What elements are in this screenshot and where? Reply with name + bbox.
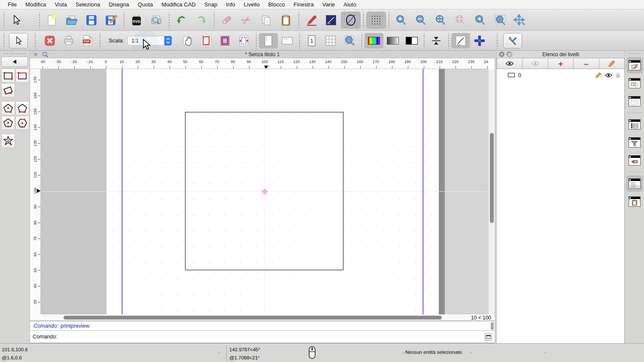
- layer-row[interactable]: 0: [497, 70, 625, 80]
- strip-drag-handle[interactable]: [628, 52, 641, 55]
- vertical-scrollbar[interactable]: [488, 69, 495, 314]
- selection-filter-panel-button[interactable]: [626, 134, 643, 151]
- fit-to-paper-button[interactable]: [234, 33, 253, 48]
- print-preview-button[interactable]: [146, 12, 166, 29]
- polygon-side-side-tool[interactable]: [15, 116, 29, 130]
- menu-item[interactable]: Livello: [240, 1, 264, 8]
- multiple-pages-button[interactable]: [321, 33, 340, 48]
- export-pdf-button[interactable]: PDF: [78, 33, 97, 48]
- draft-mode-button[interactable]: [451, 33, 470, 48]
- close-print-preview-button[interactable]: [40, 33, 59, 48]
- menu-item[interactable]: Quota: [134, 1, 157, 8]
- command-history-scrollbar[interactable]: [491, 322, 494, 330]
- clipboard-panel-button[interactable]: [626, 193, 643, 210]
- menu-item[interactable]: Aiuto: [339, 1, 361, 8]
- zoom-pan-button[interactable]: [510, 12, 530, 29]
- scale-stepper[interactable]: [164, 36, 172, 45]
- export-svg-button[interactable]: SVG: [127, 12, 146, 29]
- layer-list-panel-button[interactable]: [626, 57, 643, 73]
- layer-edit-icon[interactable]: [595, 72, 601, 78]
- zoom-auto-button[interactable]: [431, 12, 451, 29]
- library-browser-panel-button[interactable]: [626, 93, 643, 109]
- horizontal-scrollbar-thumb[interactable]: [64, 316, 442, 320]
- landscape-button[interactable]: [278, 33, 297, 48]
- rectangle-size-tool[interactable]: [15, 69, 29, 83]
- polygon-center-point-tool[interactable]: [1, 101, 15, 115]
- circle-tool-button[interactable]: [341, 12, 361, 29]
- add-layer-button[interactable]: +: [548, 58, 574, 69]
- menu-item[interactable]: File: [3, 1, 21, 8]
- command-options-button[interactable]: [485, 333, 492, 341]
- black-white-button[interactable]: [402, 33, 421, 48]
- save-as-button[interactable]: [101, 12, 121, 29]
- preferences-button[interactable]: [503, 33, 522, 48]
- back-button[interactable]: [1, 57, 28, 67]
- menu-item[interactable]: Info: [222, 1, 240, 8]
- vertical-scrollbar-thumb[interactable]: [490, 133, 494, 223]
- layer-visible-icon[interactable]: [605, 73, 612, 78]
- zoom-in-button[interactable]: [392, 12, 411, 29]
- zoom-selection-button[interactable]: [451, 12, 471, 29]
- show-all-layers-button[interactable]: [497, 58, 522, 69]
- portrait-button[interactable]: [259, 33, 278, 48]
- horizontal-scrollbar[interactable]: [41, 314, 472, 320]
- vertical-center-button[interactable]: [427, 33, 446, 48]
- cut-button[interactable]: ✂: [237, 12, 256, 29]
- select-arrow-button-2[interactable]: [9, 33, 28, 48]
- scale-value-field[interactable]: 1:1: [128, 36, 164, 45]
- menu-item[interactable]: Blocco: [264, 1, 289, 8]
- print-button[interactable]: [59, 33, 78, 48]
- polygon-2-points-tool[interactable]: [15, 101, 29, 115]
- menu-item[interactable]: Modifica: [21, 1, 50, 8]
- undo-button[interactable]: [172, 12, 191, 29]
- drawing-canvas[interactable]: [41, 69, 488, 314]
- h-ruler-label: 180: [384, 58, 400, 69]
- remove-layer-button[interactable]: –: [574, 58, 599, 69]
- zoom-previous-button[interactable]: [471, 12, 490, 29]
- menu-item[interactable]: Varie: [318, 1, 339, 8]
- show-paper-borders-button[interactable]: [197, 33, 216, 48]
- zoom-out-button[interactable]: [411, 12, 431, 29]
- draw-pencil-button[interactable]: [301, 12, 321, 29]
- polygon-center-side-tool[interactable]: [1, 116, 15, 130]
- print-preview-toolbar: PDF Scala: 1:1: [0, 31, 644, 51]
- line-tool-button[interactable]: [321, 12, 341, 29]
- menu-item[interactable]: Finestra: [289, 1, 318, 8]
- full-color-button[interactable]: [365, 33, 383, 48]
- copy-button[interactable]: [256, 12, 276, 29]
- menu-item[interactable]: Modifica CAD: [157, 1, 200, 8]
- scale-combobox[interactable]: 1:1: [128, 36, 172, 45]
- menu-item[interactable]: Snap: [200, 1, 222, 8]
- crosshair-button[interactable]: [470, 33, 489, 48]
- command-input-row[interactable]: Comando:: [30, 331, 495, 343]
- grid-toggle-button[interactable]: [366, 12, 386, 29]
- zoom-to-page-button[interactable]: [340, 33, 359, 48]
- panel-drag-handle[interactable]: [3, 52, 27, 55]
- paste-button[interactable]: [276, 12, 296, 29]
- property-editor-panel-button[interactable]: [626, 116, 643, 133]
- delete-eraser-button[interactable]: [217, 12, 237, 29]
- save-button[interactable]: [82, 12, 101, 29]
- hide-all-layers-button[interactable]: [522, 58, 548, 69]
- edit-layer-button[interactable]: [599, 58, 625, 69]
- cam-panel-button[interactable]: [626, 152, 643, 169]
- rectangle-3-points-tool[interactable]: [1, 83, 15, 97]
- redo-button[interactable]: [191, 12, 211, 29]
- open-file-button[interactable]: [62, 12, 82, 29]
- grayscale-button[interactable]: [383, 33, 402, 48]
- select-arrow-button[interactable]: [6, 12, 26, 29]
- menu-item[interactable]: Vista: [50, 1, 71, 8]
- zoom-window-button[interactable]: [490, 12, 510, 29]
- star-tool[interactable]: [1, 134, 15, 148]
- menu-item[interactable]: Seleziona: [71, 1, 104, 8]
- move-paper-position-button[interactable]: [178, 33, 197, 48]
- menu-item[interactable]: Disegna: [104, 1, 134, 8]
- new-document-button[interactable]: [42, 12, 62, 29]
- layer-color-swatch[interactable]: [508, 73, 515, 77]
- block-list-panel-button[interactable]: [626, 75, 643, 91]
- command-line-panel-button[interactable]: Comm.: [626, 175, 643, 192]
- rectangle-2-points-tool[interactable]: [1, 69, 15, 83]
- layer-lock-icon[interactable]: [616, 72, 620, 78]
- single-page-button[interactable]: 1: [302, 33, 321, 48]
- show-margins-button[interactable]: [216, 33, 234, 48]
